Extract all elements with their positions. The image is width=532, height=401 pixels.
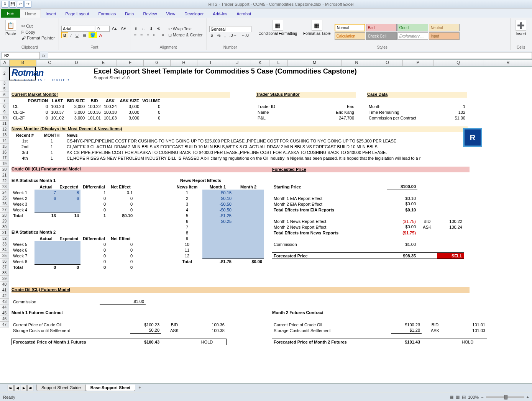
row-header-46[interactable]: 46 bbox=[0, 316, 9, 322]
row-header-7[interactable]: 7 bbox=[0, 98, 9, 103]
row-header-26[interactable]: 26 bbox=[0, 201, 9, 207]
format-as-table-button[interactable]: ▦ Format as Table bbox=[301, 19, 333, 44]
row-header-3[interactable]: 3 bbox=[0, 80, 9, 86]
style-good[interactable]: Good bbox=[397, 24, 428, 31]
row-header-39[interactable]: 39 bbox=[0, 276, 9, 282]
align-left-icon[interactable]: ≡ bbox=[133, 32, 138, 38]
col-header-D[interactable]: D bbox=[63, 60, 90, 66]
row-header-27[interactable]: 27 bbox=[0, 207, 9, 213]
excel-icon[interactable]: X bbox=[2, 1, 8, 8]
font-name-select[interactable] bbox=[61, 26, 95, 32]
row-header-19[interactable]: 19 bbox=[0, 161, 9, 167]
cut-button[interactable]: ✂Cut bbox=[20, 23, 56, 29]
fill-color-button[interactable]: 🪣 bbox=[89, 32, 97, 38]
tab-addins[interactable]: Add-Ins bbox=[208, 10, 232, 18]
col-header-N[interactable]: N bbox=[342, 60, 372, 66]
decrease-indent-icon[interactable]: ⇤ bbox=[151, 32, 158, 38]
row-header-44[interactable]: 44 bbox=[0, 304, 9, 310]
style-input[interactable]: Input bbox=[429, 32, 460, 40]
style-check-cell[interactable]: Check Cell bbox=[366, 32, 397, 40]
tab-acrobat[interactable]: Acrobat bbox=[232, 10, 256, 18]
view-layout-icon[interactable]: ▥ bbox=[456, 394, 460, 399]
tab-review[interactable]: Review bbox=[138, 10, 161, 18]
col-header-I[interactable]: I bbox=[197, 60, 224, 66]
row-header-10[interactable]: 10 bbox=[0, 115, 9, 121]
wrap-text-button[interactable]: ↩Wrap Text bbox=[167, 26, 204, 32]
sheet-tab-base[interactable]: Base Support Sheet bbox=[85, 385, 136, 391]
row-header-37[interactable]: 37 bbox=[0, 264, 9, 270]
row-header-11[interactable]: 11 bbox=[0, 121, 9, 126]
grow-font-icon[interactable]: A▴ bbox=[110, 26, 118, 32]
row-header-35[interactable]: 35 bbox=[0, 253, 9, 259]
tab-formulas[interactable]: Formulas bbox=[94, 10, 120, 18]
font-size-select[interactable] bbox=[96, 26, 110, 32]
zoom-level[interactable]: 100% bbox=[468, 395, 479, 399]
row-header-2[interactable]: 2 bbox=[0, 67, 9, 80]
sheet-tab-guide[interactable]: Support Sheet Guide bbox=[36, 385, 86, 391]
tab-data[interactable]: Data bbox=[120, 10, 138, 18]
decrease-decimal-icon[interactable]: ←.0 bbox=[240, 33, 250, 38]
sheet-nav-prev-icon[interactable]: ◀ bbox=[14, 385, 20, 391]
row-header-15[interactable]: 15 bbox=[0, 144, 9, 149]
undo-icon[interactable]: ↶ bbox=[17, 1, 24, 8]
col-header-M[interactable]: M bbox=[288, 60, 342, 66]
col-header-E[interactable]: E bbox=[90, 60, 117, 66]
style-explanatory[interactable]: Explanatory ... bbox=[397, 32, 428, 40]
row-header-25[interactable]: 25 bbox=[0, 195, 9, 201]
style-bad[interactable]: Bad bbox=[366, 24, 397, 31]
col-header-Q[interactable]: Q bbox=[433, 60, 483, 66]
currency-icon[interactable]: $ bbox=[209, 33, 215, 38]
view-break-icon[interactable]: ▤ bbox=[462, 394, 466, 399]
row-header-23[interactable]: 23 bbox=[0, 184, 9, 190]
col-header-R[interactable]: R bbox=[483, 60, 532, 66]
col-header-F[interactable]: F bbox=[117, 60, 144, 66]
row-header-34[interactable]: 34 bbox=[0, 247, 9, 253]
row-header-28[interactable]: 28 bbox=[0, 213, 9, 218]
number-format-select[interactable] bbox=[209, 26, 251, 32]
col-header-J[interactable]: J bbox=[224, 60, 251, 66]
shrink-font-icon[interactable]: A▾ bbox=[119, 26, 127, 32]
row-header-20[interactable]: 20 bbox=[0, 167, 9, 172]
fx-icon[interactable]: fx bbox=[40, 53, 48, 58]
row-header-9[interactable]: 9 bbox=[0, 109, 9, 115]
col-header-K[interactable]: K bbox=[251, 60, 269, 66]
italic-button[interactable]: I bbox=[69, 32, 73, 38]
save-icon[interactable]: 💾 bbox=[9, 1, 16, 8]
font-color-button[interactable]: A bbox=[98, 32, 103, 38]
zoom-out-icon[interactable]: − bbox=[481, 395, 483, 399]
insert-cells-button[interactable]: ➕ Insert bbox=[513, 19, 529, 44]
align-middle-icon[interactable]: ↔ bbox=[140, 26, 147, 32]
tab-developer[interactable]: Developer bbox=[180, 10, 208, 18]
row-header-22[interactable]: 22 bbox=[0, 178, 9, 184]
align-right-icon[interactable]: ≡ bbox=[145, 32, 150, 38]
zoom-in-icon[interactable]: + bbox=[527, 395, 529, 399]
redo-icon[interactable]: ↷ bbox=[25, 1, 31, 8]
copy-button[interactable]: ⎘Copy bbox=[20, 29, 56, 35]
row-header-40[interactable]: 40 bbox=[0, 282, 9, 287]
view-normal-icon[interactable]: ▦ bbox=[450, 394, 453, 399]
col-header-A[interactable]: A bbox=[0, 60, 10, 66]
tab-view[interactable]: View bbox=[162, 10, 180, 18]
style-calculation[interactable]: Calculation bbox=[335, 32, 365, 40]
row-header-24[interactable]: 24 bbox=[0, 190, 9, 195]
row-header-31[interactable]: 31 bbox=[0, 230, 9, 236]
row-header-8[interactable]: 8 bbox=[0, 103, 9, 109]
zoom-slider[interactable] bbox=[486, 396, 524, 398]
style-neutral[interactable]: Neutral bbox=[429, 24, 460, 31]
row-header-42[interactable]: 42 bbox=[0, 293, 9, 299]
row-header-43[interactable]: 43 bbox=[0, 299, 9, 304]
col-header-G[interactable]: G bbox=[144, 60, 171, 66]
col-header-C[interactable]: C bbox=[36, 60, 63, 66]
underline-button[interactable]: U bbox=[74, 32, 80, 38]
row-header-14[interactable]: 14 bbox=[0, 138, 9, 144]
row-header-17[interactable]: 17 bbox=[0, 155, 9, 161]
row-header-16[interactable]: 16 bbox=[0, 149, 9, 155]
row-header-5[interactable]: 5 bbox=[0, 86, 9, 92]
orientation-icon[interactable]: ⟲ bbox=[155, 26, 162, 32]
align-center-icon[interactable]: ≡ bbox=[139, 32, 144, 38]
border-button[interactable]: ▦ bbox=[81, 32, 88, 38]
worksheet-grid[interactable]: ABCDEFGHIJKLMNOPQR 235678910111213141516… bbox=[0, 60, 532, 401]
bold-button[interactable]: B bbox=[61, 32, 68, 38]
row-header-33[interactable]: 33 bbox=[0, 241, 9, 247]
row-header-32[interactable]: 32 bbox=[0, 236, 9, 241]
